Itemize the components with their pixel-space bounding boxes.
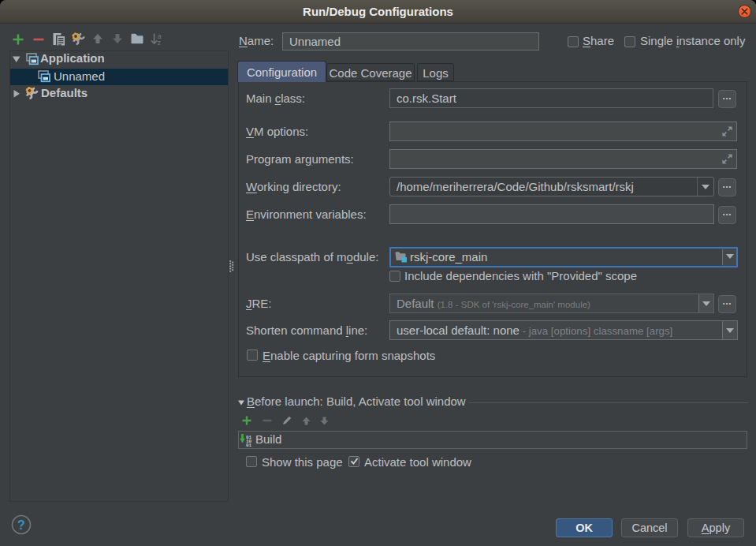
svg-text:?: ?	[17, 518, 25, 532]
svg-text:01: 01	[246, 443, 252, 448]
svg-text:z: z	[158, 39, 162, 46]
